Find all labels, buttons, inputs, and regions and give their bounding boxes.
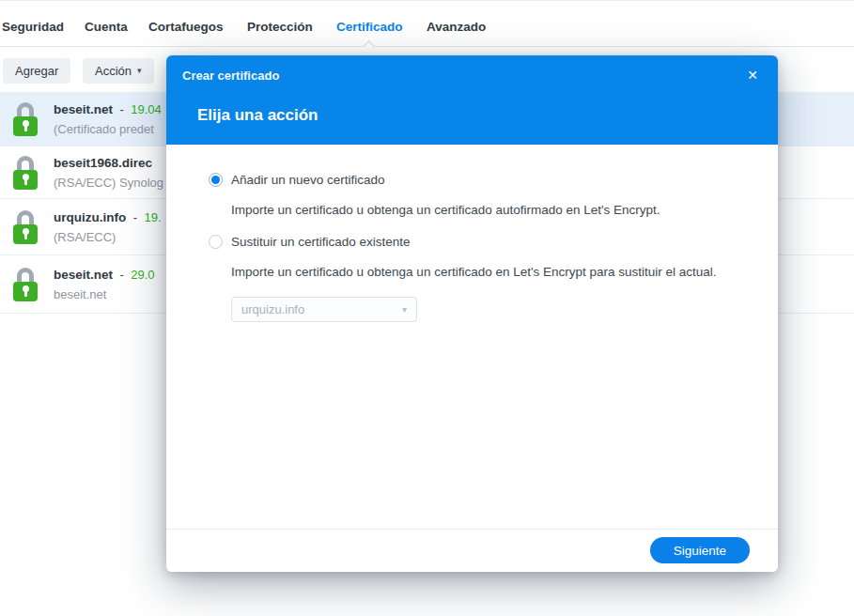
- certificate-expiry-date: 19.04: [131, 102, 162, 116]
- dialog-body: Añadir un nuevo certificado Importe un c…: [166, 145, 778, 529]
- certificate-expiry-date: 19.: [144, 210, 161, 224]
- tab-divider: [0, 46, 854, 47]
- certificate-subtitle: (Certificado predet: [54, 119, 162, 139]
- tab-cortafuegos[interactable]: Cortafuegos: [148, 20, 224, 34]
- radio-option-label: Añadir un nuevo certificado: [231, 173, 385, 187]
- radio-option-description: Importe un certificado u obtenga un cert…: [231, 200, 737, 220]
- certificate-name: urquizu.info: [54, 210, 126, 224]
- chevron-down-icon: ▾: [402, 304, 407, 315]
- certificate-expiry-date: 29.0: [131, 268, 154, 282]
- certificate-row-text: beseit1968.direc (RSA/ECC) Synolog: [54, 152, 163, 192]
- tab-bar: Seguridad Cuenta Cortafuegos Protección …: [2, 20, 854, 38]
- control-panel-screen: Seguridad Cuenta Cortafuegos Protección …: [0, 0, 854, 616]
- active-tab-notch: [363, 40, 375, 53]
- certificate-subtitle: (RSA/ECC) Synolog: [54, 173, 163, 192]
- certificate-subtitle: (RSA/ECC): [54, 227, 162, 247]
- dialog-heading: Elija una acción: [197, 106, 318, 125]
- certificate-select-value: urquizu.info: [241, 302, 402, 316]
- certificate-name: beseit.net: [54, 102, 113, 116]
- lock-icon: [13, 156, 38, 190]
- radio-button-icon[interactable]: [209, 235, 223, 249]
- tab-avanzado[interactable]: Avanzado: [427, 20, 486, 34]
- dialog-header: Crear certificado ✕ Elija una acción: [166, 55, 778, 145]
- add-button[interactable]: Agregar: [3, 58, 70, 84]
- certificate-row-text: beseit.net - 19.04 (Certificado predet: [54, 99, 162, 139]
- certificate-dash: -: [119, 102, 123, 116]
- lock-icon: [13, 210, 38, 244]
- certificate-row-text: urquizu.info - 19. (RSA/ECC): [54, 207, 162, 247]
- close-icon[interactable]: ✕: [747, 66, 758, 85]
- radio-option-replace-certificate[interactable]: Sustituir un certificado existente: [209, 235, 737, 249]
- dialog-footer: Siguiente: [166, 529, 778, 572]
- certificate-dash: -: [119, 268, 123, 282]
- action-button-label: Acción: [95, 64, 132, 78]
- tab-cuenta[interactable]: Cuenta: [85, 20, 128, 34]
- radio-option-label: Sustituir un certificado existente: [231, 235, 411, 249]
- certificate-name: beseit1968.direc: [54, 156, 152, 170]
- lock-icon: [13, 102, 38, 136]
- radio-option-add-certificate[interactable]: Añadir un nuevo certificado: [209, 173, 737, 187]
- chevron-down-icon: ▾: [137, 67, 142, 75]
- radio-option-description: Importe un certificado u obtenga un cert…: [231, 262, 737, 282]
- dialog-title: Crear certificado: [182, 69, 279, 83]
- certificate-select-dropdown[interactable]: urquizu.info ▾: [231, 297, 417, 322]
- certificate-dash: -: [133, 210, 137, 224]
- radio-button-icon[interactable]: [209, 173, 223, 187]
- create-certificate-dialog: Crear certificado ✕ Elija una acción Aña…: [166, 55, 778, 572]
- certificate-subtitle: beseit.net: [54, 285, 155, 304]
- next-button[interactable]: Siguiente: [650, 537, 750, 563]
- add-button-label: Agregar: [15, 64, 58, 78]
- certificate-name: beseit.net: [54, 268, 113, 282]
- tab-certificado[interactable]: Certificado: [336, 20, 403, 34]
- lock-icon: [13, 268, 38, 301]
- tab-seguridad[interactable]: Seguridad: [2, 20, 64, 34]
- action-button[interactable]: Acción ▾: [83, 58, 154, 84]
- certificate-row-text: beseit.net - 29.0 beseit.net: [54, 264, 155, 304]
- tab-proteccion[interactable]: Protección: [247, 20, 313, 34]
- next-button-label: Siguiente: [674, 544, 726, 558]
